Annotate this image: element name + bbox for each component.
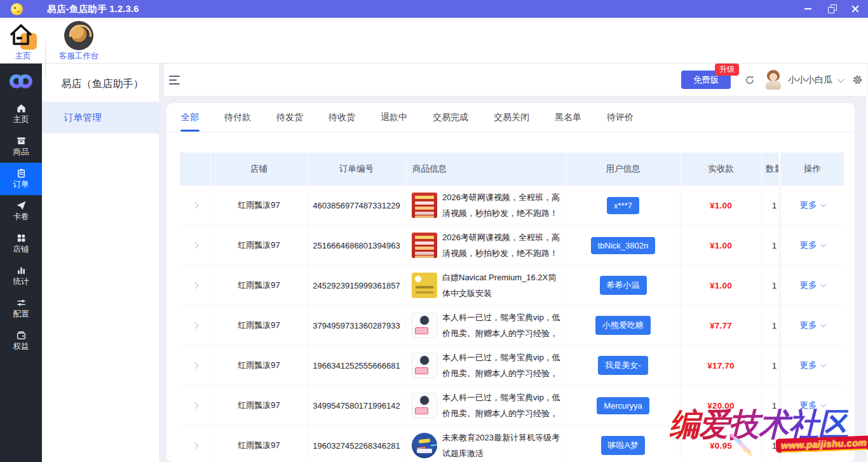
- table-scroll-area[interactable]: 店铺 订单编号 商品信息 用户信息 实收款 数量 红雨瓢泼97 46038569…: [180, 153, 778, 462]
- chevron-down-icon: [820, 362, 825, 367]
- order-number: 1960327452268346281: [308, 426, 406, 462]
- main-header: 免费版 升级 小小小白瓜: [164, 64, 868, 97]
- store-name: 红雨瓢泼97: [211, 266, 308, 305]
- more-actions-button[interactable]: 更多: [800, 360, 825, 371]
- rail-item-label: 商品: [13, 147, 29, 158]
- minimize-button[interactable]: [796, 0, 820, 18]
- table-row: 红雨瓢泼97 4603856977487331229 2026考研网课视频，全程…: [180, 186, 778, 226]
- product-title: 2026考研网课视频，全程班，高清视频，秒拍秒发，绝不跑路！: [442, 229, 560, 261]
- user-avatar[interactable]: [764, 70, 783, 90]
- refresh-icon[interactable]: [745, 75, 755, 85]
- store-name: 红雨瓢泼97: [211, 226, 308, 265]
- buyer-nickname-tag[interactable]: 我是美女-: [598, 356, 648, 375]
- product-title: 本人科一已过，驾考宝典vip，低价甩卖。附赠本人的学习经验，: [442, 309, 560, 341]
- tab-pending-shipment[interactable]: 待发货: [276, 112, 303, 132]
- col-header-order-no: 订单编号: [308, 153, 406, 186]
- rail-item-benefits[interactable]: 权益: [0, 325, 42, 357]
- collapse-menu-icon[interactable]: [169, 76, 180, 85]
- username[interactable]: 小小小白瓜: [788, 74, 832, 86]
- more-label: 更多: [800, 360, 817, 371]
- goods-box-icon: [17, 136, 26, 146]
- quantity: 1: [762, 346, 778, 385]
- tab-refunding[interactable]: 退款中: [381, 112, 407, 132]
- workbench-shortcut[interactable]: 客服工作台: [55, 21, 103, 62]
- submenu-title: 易店（鱼店助手）: [42, 64, 159, 91]
- tab-blacklist[interactable]: 黑名单: [555, 112, 581, 132]
- buyer-nickname-tag[interactable]: 哆啦A梦: [601, 436, 646, 455]
- benefits-wallet-icon: [17, 330, 26, 340]
- quantity: 1: [762, 266, 778, 305]
- buyer-nickname-tag[interactable]: 小熊爱吃糖: [595, 316, 651, 335]
- product-thumbnail: [412, 393, 437, 418]
- rail-item-label: 店铺: [13, 244, 29, 255]
- home-shortcut-label: 主页: [5, 51, 41, 62]
- home-shortcut[interactable]: 主页: [5, 21, 41, 62]
- rail-item-goods[interactable]: 商品: [0, 130, 42, 163]
- chevron-down-icon: [820, 282, 825, 287]
- more-actions-button[interactable]: 更多: [800, 440, 825, 451]
- more-actions-button[interactable]: 更多: [800, 400, 825, 411]
- close-icon: [851, 5, 859, 13]
- window-controls: [796, 0, 867, 18]
- submenu-item-order-management[interactable]: 订单管理: [42, 102, 159, 133]
- rail-item-home[interactable]: 主页: [0, 98, 42, 130]
- more-label: 更多: [800, 400, 817, 411]
- quantity: 1: [762, 306, 778, 345]
- close-button[interactable]: [843, 0, 867, 18]
- order-number: 1966341252555666681: [308, 346, 406, 385]
- order-number: 3499547580171996142: [308, 386, 406, 425]
- settings-gear-icon[interactable]: [852, 74, 863, 85]
- quantity: 1: [762, 386, 778, 425]
- expand-row-icon[interactable]: [192, 202, 198, 208]
- rail-item-shops[interactable]: 店铺: [0, 228, 42, 260]
- order-number: 3794959731360287933: [308, 306, 406, 345]
- rail-item-config[interactable]: 配置: [0, 292, 42, 325]
- table-row: 红雨瓢泼97 2516664686801394963 2026考研网课视频，全程…: [180, 226, 778, 266]
- more-actions-button[interactable]: 更多: [800, 200, 825, 211]
- more-actions-button[interactable]: 更多: [800, 240, 825, 251]
- more-actions-button[interactable]: 更多: [800, 280, 825, 291]
- table-header-row: 店铺 订单编号 商品信息 用户信息 实收款 数量: [180, 153, 778, 186]
- orders-table: 店铺 订单编号 商品信息 用户信息 实收款 数量 红雨瓢泼97 46038569…: [180, 153, 844, 462]
- col-header-store: 店铺: [211, 153, 308, 186]
- rail-item-stats[interactable]: 统计: [0, 260, 42, 292]
- tab-pending-payment[interactable]: 待付款: [224, 112, 251, 132]
- rail-item-label: 权益: [13, 341, 29, 352]
- rail-item-label: 卡卷: [13, 212, 29, 222]
- tab-pending-review[interactable]: 待评价: [607, 112, 634, 132]
- table-row: 红雨瓢泼97 1960327452268346281 未来教育2023最新计算机…: [180, 426, 778, 462]
- expand-row-icon[interactable]: [192, 442, 198, 449]
- expand-row-icon[interactable]: [192, 362, 198, 369]
- col-header-amount: 实收款: [681, 153, 762, 186]
- expand-row-icon[interactable]: [192, 402, 198, 409]
- tab-pending-receipt[interactable]: 待收货: [329, 112, 355, 132]
- chevron-down-icon[interactable]: [837, 75, 844, 82]
- restore-button[interactable]: [820, 0, 843, 18]
- product-title: 白嫖Navicat Premium_16.2X简体中文版安装: [442, 269, 560, 301]
- upgrade-badge: 升级: [715, 64, 739, 76]
- product-thumbnail: [412, 233, 437, 258]
- free-plan-button[interactable]: 免费版 升级: [681, 71, 731, 89]
- rail-item-orders[interactable]: 订单: [0, 163, 42, 195]
- buyer-nickname-tag[interactable]: x***7: [607, 197, 639, 214]
- expand-row-icon[interactable]: [192, 242, 198, 248]
- tab-closed[interactable]: 交易关闭: [494, 112, 529, 132]
- minimize-icon: [804, 8, 811, 10]
- rail-item-coupons[interactable]: 卡卷: [0, 195, 42, 228]
- submenu-panel: 易店（鱼店助手） 订单管理: [42, 64, 159, 462]
- expand-row-icon[interactable]: [192, 322, 198, 329]
- rail-item-label: 订单: [13, 179, 29, 190]
- shortcut-toolbar: 主页 客服工作台: [0, 18, 868, 64]
- buyer-nickname-tag[interactable]: Mercuryya: [597, 397, 649, 414]
- buyer-nickname-tag[interactable]: 希希小温: [600, 276, 647, 295]
- buyer-nickname-tag[interactable]: tbNick_3802n: [591, 237, 656, 254]
- expand-row-icon[interactable]: [192, 282, 198, 289]
- product-thumbnail: [412, 433, 437, 458]
- customer-service-icon: [64, 21, 93, 50]
- table-row: 红雨瓢泼97 3794959731360287933 本人科一已过，驾考宝典vi…: [180, 306, 778, 346]
- quantity: 1: [762, 186, 778, 225]
- more-actions-button[interactable]: 更多: [800, 320, 825, 331]
- tab-all[interactable]: 全部: [181, 112, 199, 132]
- amount-received: ¥17.70: [707, 361, 735, 370]
- tab-completed[interactable]: 交易完成: [433, 112, 468, 132]
